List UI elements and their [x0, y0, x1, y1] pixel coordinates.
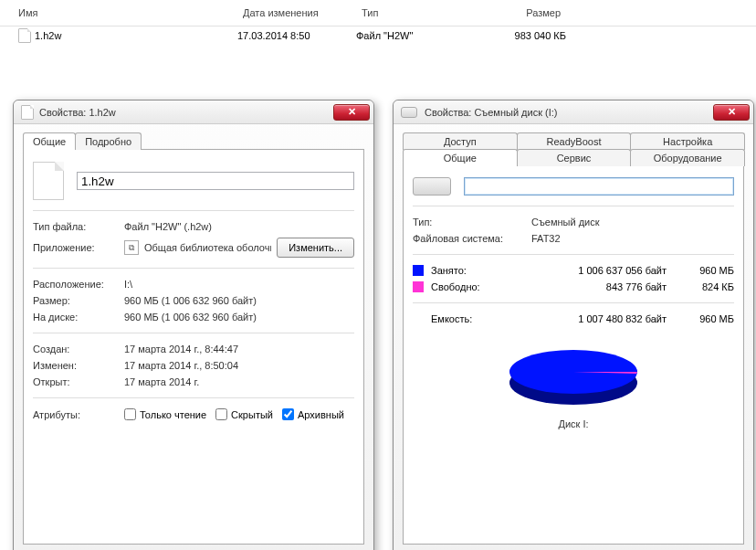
close-button[interactable]: ✕: [333, 104, 370, 121]
dialog-title: Свойства: Съемный диск (I:): [425, 107, 708, 118]
swatch-free: [413, 281, 424, 292]
label-capacity: Емкость:: [431, 313, 513, 324]
value-type: Файл "H2W" (.h2w): [124, 221, 212, 232]
label-created: Создан:: [33, 344, 124, 354]
label-location: Расположение:: [33, 279, 124, 290]
tab-details[interactable]: Подробно: [75, 132, 142, 150]
change-app-button[interactable]: Изменить...: [277, 238, 354, 258]
checkbox-archive[interactable]: Архивный: [282, 408, 344, 420]
file-row[interactable]: 1.h2w 17.03.2014 8:50 Файл "H2W" 983 040…: [0, 26, 756, 45]
checkbox-archive-input[interactable]: [282, 408, 294, 420]
label-used: Занято:: [431, 265, 513, 276]
label-app: Приложение:: [33, 242, 124, 253]
close-icon: ✕: [728, 106, 736, 118]
tab-service[interactable]: Сервис: [517, 149, 632, 166]
checkbox-archive-label: Архивный: [298, 409, 344, 420]
value-created: 17 марта 2014 г., 8:44:47: [124, 344, 238, 354]
checkbox-hidden-label: Скрытый: [231, 409, 273, 420]
col-header-name[interactable]: Имя: [0, 4, 237, 22]
label-accessed: Открыт:: [33, 376, 124, 387]
drive-label-input[interactable]: [464, 177, 734, 196]
col-header-type[interactable]: Тип: [356, 4, 475, 22]
value-accessed: 17 марта 2014 г.: [124, 376, 199, 387]
filename-input[interactable]: [77, 172, 354, 190]
col-header-size[interactable]: Размер: [475, 4, 566, 22]
value-app: Общая библиотека оболочки W: [144, 242, 271, 253]
file-list-header: Имя Дата изменения Тип Размер: [0, 0, 756, 26]
value-used-h: 960 МБ: [679, 265, 734, 276]
value-free-bytes: 843 776 байт: [513, 281, 679, 292]
file-date: 17.03.2014 8:50: [237, 30, 356, 41]
file-type: Файл "H2W": [356, 30, 475, 41]
tab-hardware[interactable]: Оборудование: [630, 149, 745, 166]
value-free-h: 824 КБ: [679, 281, 734, 292]
dialog-title: Свойства: 1.h2w: [39, 107, 328, 118]
file-icon: [18, 28, 31, 43]
value-cap-bytes: 1 007 480 832 байт: [513, 313, 679, 324]
label-attributes: Атрибуты:: [33, 409, 124, 420]
titlebar[interactable]: Свойства: 1.h2w ✕: [14, 100, 373, 124]
label-ondisk: На диске:: [33, 312, 124, 323]
label-modified: Изменен:: [33, 360, 124, 371]
tab-access[interactable]: Доступ: [403, 132, 518, 150]
label-fs: Файловая система:: [413, 233, 531, 244]
file-size: 983 040 КБ: [475, 30, 566, 41]
value-cap-h: 960 МБ: [679, 313, 734, 324]
value-ondisk: 960 МБ (1 006 632 960 байт): [124, 312, 257, 323]
checkbox-hidden-input[interactable]: [215, 408, 227, 420]
tab-readyboost[interactable]: ReadyBoost: [517, 132, 632, 150]
label-size: Размер:: [33, 295, 124, 306]
drive-large-icon: [413, 177, 451, 196]
label-free: Свободно:: [431, 281, 513, 292]
swatch-used: [413, 265, 424, 276]
file-icon: [21, 105, 34, 120]
app-icon: ⧉: [124, 240, 139, 255]
checkbox-readonly-input[interactable]: [124, 408, 136, 420]
disk-caption: Диск I:: [413, 418, 734, 429]
checkbox-readonly-label: Только чтение: [140, 409, 206, 420]
file-type-icon: [33, 162, 64, 200]
drive-properties-dialog: Свойства: Съемный диск (I:) ✕ Доступ Rea…: [393, 100, 754, 550]
close-icon: ✕: [348, 106, 356, 118]
checkbox-hidden[interactable]: Скрытый: [215, 408, 273, 420]
value-size: 960 МБ (1 006 632 960 байт): [124, 295, 257, 306]
value-used-bytes: 1 006 637 056 байт: [513, 265, 679, 276]
titlebar[interactable]: Свойства: Съемный диск (I:) ✕: [394, 100, 753, 124]
label-drive-type: Тип:: [413, 217, 531, 227]
tab-settings[interactable]: Настройка: [630, 132, 745, 150]
value-modified: 17 марта 2014 г., 8:50:04: [124, 360, 238, 371]
checkbox-readonly[interactable]: Только чтение: [124, 408, 206, 420]
drive-icon: [401, 107, 417, 118]
value-drive-type: Съемный диск: [531, 217, 600, 227]
file-name: 1.h2w: [35, 30, 61, 41]
tab-general[interactable]: Общие: [403, 149, 518, 166]
value-fs: FAT32: [531, 233, 561, 244]
value-location: I:\: [124, 279, 132, 290]
col-header-date[interactable]: Дата изменения: [237, 4, 356, 22]
label-type: Тип файла:: [33, 221, 124, 232]
file-properties-dialog: Свойства: 1.h2w ✕ Общие Подробно Тип фай…: [13, 100, 374, 550]
usage-pie-chart: [496, 340, 651, 413]
close-button[interactable]: ✕: [713, 104, 750, 121]
tab-general[interactable]: Общие: [23, 132, 76, 150]
